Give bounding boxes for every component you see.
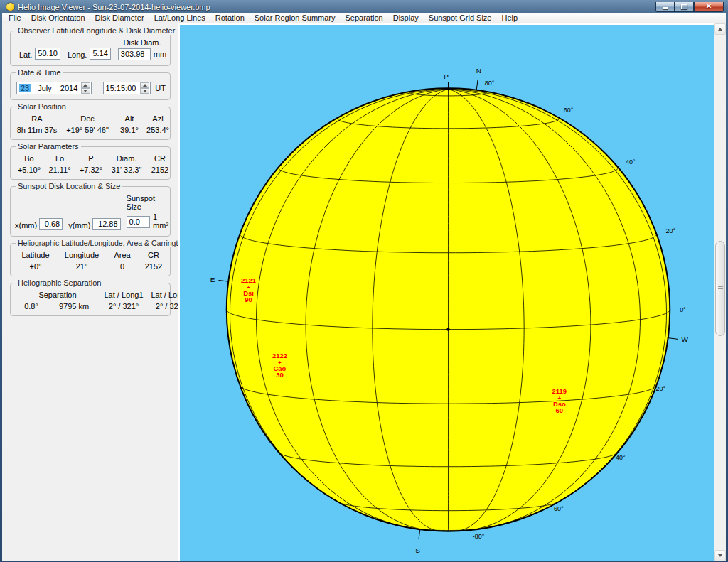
date-spin-up[interactable]	[81, 82, 90, 88]
menu-item-sunspot-grid-size[interactable]: Sunspot Grid Size	[424, 13, 497, 23]
cr-header: CR	[147, 154, 173, 163]
group-datetime-title: Date & Time	[16, 68, 63, 77]
svg-text:-60°: -60°	[552, 505, 564, 512]
svg-text:2121: 2121	[241, 276, 256, 284]
menubar: File Disk Orientaton Disk Diameter Lat/L…	[2, 13, 726, 23]
svg-text:E: E	[210, 276, 215, 283]
svg-text:20°: 20°	[666, 227, 676, 234]
scroll-up-button[interactable]	[714, 23, 726, 35]
lo-value: 21.11°	[43, 166, 76, 174]
group-sunspot-location: Sunspot Disk Location & Size x(mm) -0.68…	[10, 186, 171, 237]
y-mm-input[interactable]: -12.88	[92, 218, 120, 230]
ra-header: RA	[15, 114, 59, 123]
control-panel: Observer Latitude/Longitude & Disk Diame…	[2, 23, 178, 561]
group-solar-parameters: Solar Parameters Bo Lo P Diam. CR +5.10°…	[10, 146, 171, 180]
alt-header: Alt	[116, 114, 143, 123]
svg-text:N: N	[476, 67, 481, 75]
x-mm-input[interactable]: -0.68	[39, 218, 63, 230]
menu-item-display[interactable]: Display	[388, 13, 424, 23]
group-sunspot-location-title: Sunspot Disk Location & Size	[16, 182, 122, 190]
window-title: Helio Image Viewer - Sun-23-07-2014-heli…	[18, 3, 210, 11]
menu-item-solar-region-summary[interactable]: Solar Region Summary	[250, 13, 341, 23]
group-heliographic: Heliographic Latitude/Longitude, Area & …	[10, 243, 171, 276]
lat-long1-header: Lat / Long1	[100, 291, 147, 299]
time-input[interactable]: 15:15:00	[103, 82, 151, 94]
menu-item-help[interactable]: Help	[496, 13, 523, 23]
minimize-icon	[663, 7, 668, 9]
menu-item-disk-orientation[interactable]: Disk Orientaton	[26, 13, 90, 23]
svg-text:60: 60	[556, 406, 564, 414]
x-mm-label: x(mm)	[15, 221, 37, 229]
group-datetime: Date & Time 23 July 2014 15:15:00	[10, 72, 171, 100]
group-solar-parameters-title: Solar Parameters	[16, 142, 81, 151]
latitude-header: Latitude	[15, 251, 56, 259]
time-spinner	[140, 82, 149, 94]
separation-deg-value: 0.8°	[15, 302, 48, 310]
date-year-value[interactable]: 2014	[60, 84, 77, 92]
group-solar-position-title: Solar Position	[16, 102, 68, 111]
date-input[interactable]: 23 July 2014	[16, 82, 92, 94]
lat-long2-value: 2° / 322°	[147, 302, 178, 310]
svg-text:40°: 40°	[626, 158, 636, 166]
date-month-value[interactable]: July	[38, 84, 52, 92]
longitude-header: Longitude	[56, 251, 107, 259]
bo-header: Bo	[15, 154, 43, 163]
image-viewport[interactable]: PNESW80°60°40°20°0°-20°-40°-60°-80°2121+…	[178, 23, 714, 561]
long-label: Long.	[68, 50, 87, 59]
svg-text:-20°: -20°	[654, 385, 666, 392]
menu-item-lat-long-lines[interactable]: Lat/Long Lines	[149, 13, 210, 23]
longitude-value: 21°	[56, 262, 107, 271]
time-spin-down[interactable]	[140, 88, 149, 94]
cr-header: CR	[137, 251, 170, 259]
disk-diam-unit: mm	[154, 50, 166, 58]
scrollbar-thumb[interactable]	[715, 241, 725, 336]
group-separation: Heliographic Separation Separation Lat /…	[10, 283, 171, 316]
app-window: Helio Image Viewer - Sun-23-07-2014-heli…	[0, 0, 728, 562]
y-mm-label: y(mm)	[68, 221, 90, 229]
menu-item-rotation[interactable]: Rotation	[210, 13, 250, 23]
scroll-down-button[interactable]	[714, 550, 726, 561]
date-day-value[interactable]: 23	[19, 84, 31, 92]
disk-diam-label: Disk Diam.	[123, 38, 161, 47]
group-observer-title: Observer Latitude/Longitude & Disk Diame…	[16, 26, 177, 35]
svg-text:S: S	[415, 546, 420, 554]
diam-header: Diam.	[106, 154, 147, 163]
titlebar[interactable]: Helio Image Viewer - Sun-23-07-2014-heli…	[2, 0, 726, 13]
svg-text:-40°: -40°	[614, 454, 626, 461]
lat-input[interactable]: 50.10	[35, 48, 60, 60]
time-value[interactable]: 15:15:00	[106, 84, 136, 92]
app-icon	[6, 3, 14, 11]
ut-label: UT	[155, 84, 166, 92]
scrollbar-track[interactable]	[714, 35, 726, 550]
diam-value: 31' 32.3"	[106, 166, 147, 174]
spin-down-icon	[83, 90, 87, 92]
group-separation-title: Heliographic Separation	[16, 279, 103, 287]
svg-text:-80°: -80°	[473, 533, 485, 540]
menu-item-file[interactable]: File	[4, 13, 26, 23]
grip-icon	[718, 288, 723, 289]
time-spin-up[interactable]	[140, 82, 149, 88]
long-input[interactable]: 5.14	[90, 48, 110, 60]
menu-item-disk-diameter[interactable]: Disk Diameter	[90, 13, 149, 23]
lat-long2-header: Lat / Long2	[147, 291, 178, 299]
spin-down-icon	[143, 90, 147, 92]
azi-header: Azi	[143, 114, 173, 123]
menu-item-separation[interactable]: Separation	[341, 13, 388, 23]
spin-up-icon	[83, 84, 87, 87]
maximize-button[interactable]	[675, 2, 694, 12]
svg-text:30: 30	[276, 371, 284, 379]
cr-value: 2152	[137, 262, 170, 271]
minimize-button[interactable]	[655, 2, 675, 12]
window-controls: ✕	[655, 2, 724, 12]
close-button[interactable]: ✕	[694, 2, 724, 12]
area-header: Area	[107, 251, 137, 259]
sunspot-size-unit: 1 mm²	[153, 212, 171, 229]
p-header: P	[76, 154, 106, 163]
group-solar-position: Solar Position RA Dec Alt Azi 8h 11m 37s…	[10, 107, 171, 140]
group-heliographic-title: Heliographic Latitude/Longitude, Area & …	[16, 239, 178, 247]
sunspot-size-input[interactable]: 0.0	[127, 216, 151, 228]
svg-text:60°: 60°	[564, 107, 574, 114]
date-spin-down[interactable]	[81, 88, 90, 94]
sun-canvas: PNESW80°60°40°20°0°-20°-40°-60°-80°2121+…	[180, 25, 714, 561]
vertical-scrollbar[interactable]	[714, 23, 726, 561]
